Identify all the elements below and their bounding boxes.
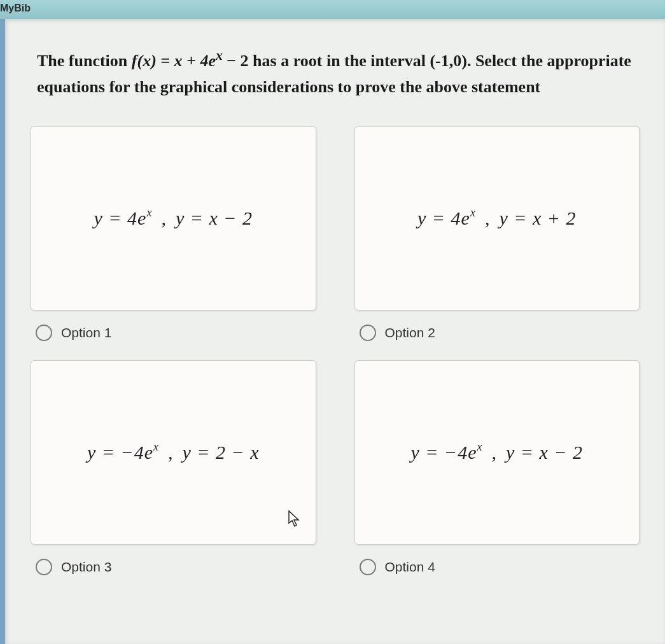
option-equations: y = 4ex,y = x + 2 xyxy=(417,207,577,229)
question-func-label: f(x) xyxy=(132,52,157,70)
eq-sep: , xyxy=(492,442,498,463)
eq1-lhs: y = −4e xyxy=(87,442,153,463)
eq1-exp: x xyxy=(153,440,159,453)
option-label: Option 3 xyxy=(61,559,111,575)
eq2: y = 2 − x xyxy=(183,442,260,463)
eq1-lhs: y = −4e xyxy=(410,442,477,463)
eq2: y = x − 2 xyxy=(176,207,253,228)
question-prefix: The function xyxy=(37,52,132,70)
option-label: Option 4 xyxy=(385,559,435,575)
option-equations: y = −4ex,y = 2 − x xyxy=(87,442,260,463)
options-grid: y = 4ex,y = x − 2 Option 1 y = 4ex,y = x… xyxy=(31,126,640,575)
option-1[interactable]: y = 4ex,y = x − 2 Option 1 xyxy=(31,126,316,341)
eq1-exp: x xyxy=(146,206,152,219)
eq1-lhs: y = 4e xyxy=(417,207,470,228)
radio-option-3[interactable] xyxy=(36,559,52,575)
page-body: The function f(x) = x + 4ex − 2 has a ro… xyxy=(5,19,665,644)
option-label-row[interactable]: Option 1 xyxy=(31,325,316,341)
option-3[interactable]: y = −4ex,y = 2 − x Option 3 xyxy=(31,360,316,575)
eq1-exp: x xyxy=(477,440,483,453)
eq-sep: , xyxy=(168,442,174,463)
eq-sep: , xyxy=(485,207,491,228)
question-text: The function f(x) = x + 4ex − 2 has a ro… xyxy=(31,45,640,101)
option-equations: y = −4ex,y = x − 2 xyxy=(410,442,583,463)
eq1-exp: x xyxy=(470,206,476,219)
option-card: y = −4ex,y = 2 − x xyxy=(31,360,316,545)
question-func-body: = x + 4e xyxy=(157,52,216,70)
question-func-exp: x xyxy=(216,48,223,63)
top-bar-title: MyBib xyxy=(0,3,31,13)
eq2: y = x + 2 xyxy=(499,207,576,228)
option-card: y = 4ex,y = x + 2 xyxy=(354,126,640,311)
radio-option-1[interactable] xyxy=(36,325,52,341)
option-label-row[interactable]: Option 4 xyxy=(354,559,640,575)
option-label-row[interactable]: Option 3 xyxy=(31,559,316,575)
eq1-lhs: y = 4e xyxy=(94,207,147,228)
option-4[interactable]: y = −4ex,y = x − 2 Option 4 xyxy=(354,360,640,575)
option-card: y = −4ex,y = x − 2 xyxy=(354,360,640,545)
eq2: y = x − 2 xyxy=(506,442,583,463)
eq-sep: , xyxy=(161,207,167,228)
option-label: Option 1 xyxy=(61,325,111,340)
radio-option-2[interactable] xyxy=(360,325,376,341)
option-equations: y = 4ex,y = x − 2 xyxy=(94,207,253,229)
option-label-row[interactable]: Option 2 xyxy=(354,325,640,341)
option-card: y = 4ex,y = x − 2 xyxy=(31,126,316,311)
radio-option-4[interactable] xyxy=(360,559,376,575)
option-label: Option 2 xyxy=(385,325,435,340)
top-bar: MyBib xyxy=(0,0,665,19)
cursor-icon xyxy=(288,510,302,528)
option-2[interactable]: y = 4ex,y = x + 2 Option 2 xyxy=(354,126,640,341)
